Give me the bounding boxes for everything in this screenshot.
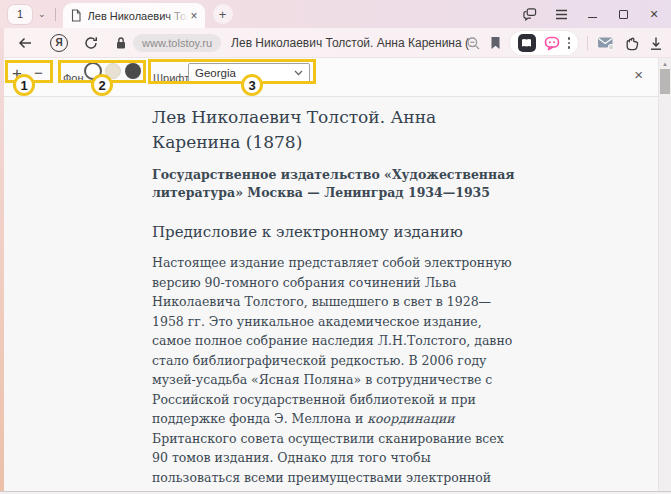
close-tab-icon[interactable]: × bbox=[191, 10, 198, 22]
font-label: Шрифт bbox=[153, 72, 189, 84]
chevron-down-icon bbox=[294, 70, 303, 76]
close-reader-button[interactable]: × bbox=[634, 66, 643, 83]
scrollbar-thumb[interactable] bbox=[660, 69, 670, 94]
scroll-up-icon[interactable]: ▲ bbox=[659, 61, 671, 67]
maximize-button[interactable] bbox=[616, 7, 630, 21]
article-paragraph: Настоящее издание представляет собой эле… bbox=[152, 253, 516, 494]
bookmark-icon[interactable] bbox=[490, 36, 501, 50]
zoom-icon[interactable] bbox=[466, 36, 481, 51]
tab-title: Лев Николаевич Толст bbox=[88, 9, 188, 23]
annotation-badge-2: 2 bbox=[91, 74, 113, 96]
back-icon[interactable] bbox=[14, 36, 36, 50]
url-field[interactable]: www.tolstoy.ru bbox=[133, 34, 221, 52]
window-left-edge bbox=[0, 28, 4, 494]
paragraph-text: Британского совета осуществили сканирова… bbox=[152, 431, 512, 494]
section-heading: Предисловие к электронному изданию bbox=[152, 223, 516, 241]
close-window-button[interactable]: × bbox=[647, 7, 661, 21]
new-tab-button[interactable]: + bbox=[213, 4, 233, 24]
address-bar-actions bbox=[466, 28, 664, 58]
address-divider bbox=[587, 36, 588, 50]
active-tab[interactable]: Лев Николаевич Толст × bbox=[63, 3, 205, 28]
background-label: Фон bbox=[63, 72, 84, 84]
window-controls: × bbox=[523, 0, 661, 28]
address-page-title: Лев Николаевич Толстой. Анна Каренина (.… bbox=[231, 36, 476, 50]
reader-mode-icon[interactable] bbox=[518, 34, 536, 52]
lock-icon[interactable] bbox=[113, 36, 129, 50]
paragraph-italic-text: координации bbox=[367, 411, 454, 426]
extensions-pill bbox=[510, 31, 579, 55]
tabbar-divider bbox=[55, 8, 56, 21]
yandex-icon[interactable]: Я bbox=[50, 34, 68, 52]
tab-bar: 1 ⌄ Лев Николаевич Толст × + bbox=[0, 0, 671, 28]
address-bar: Я www.tolstoy.ru Лев Николаевич Толстой.… bbox=[0, 28, 671, 58]
kebab-icon[interactable] bbox=[568, 37, 571, 49]
annotation-badge-1: 1 bbox=[13, 74, 35, 96]
article-subtitle: Государственное издательство «Художестве… bbox=[152, 166, 516, 202]
document-icon bbox=[70, 9, 82, 22]
reader-content: Лев Николаевич Толстой. Анна Каренина (1… bbox=[0, 97, 671, 494]
annotation-badge-3: 3 bbox=[241, 74, 263, 96]
chevron-down-icon[interactable]: ⌄ bbox=[38, 9, 46, 19]
menu-icon[interactable] bbox=[554, 7, 568, 21]
article-title: Лев Николаевич Толстой. Анна Каренина (1… bbox=[152, 105, 516, 155]
browser-window: 1 ⌄ Лев Николаевич Толст × + bbox=[0, 0, 671, 494]
chat-icon[interactable] bbox=[523, 7, 537, 21]
alice-icon[interactable] bbox=[544, 36, 560, 51]
tab-counter-button[interactable]: 1 bbox=[8, 5, 32, 24]
font-select-value: Georgia bbox=[195, 67, 236, 79]
paragraph-text: Настоящее издание представляет собой эле… bbox=[152, 255, 512, 426]
download-icon[interactable] bbox=[649, 36, 663, 51]
scrollbar[interactable]: ▲ bbox=[658, 58, 671, 494]
reader-toolbar: + − Фон Шрифт Georgia × 1 2 3 bbox=[0, 58, 671, 97]
font-decrease-button[interactable]: − bbox=[34, 64, 43, 81]
minimize-button[interactable] bbox=[585, 7, 599, 21]
mail-icon[interactable] bbox=[597, 35, 615, 51]
background-dark-swatch[interactable] bbox=[125, 63, 141, 79]
hand-gesture-icon[interactable] bbox=[624, 36, 640, 51]
reload-icon[interactable] bbox=[81, 36, 101, 50]
